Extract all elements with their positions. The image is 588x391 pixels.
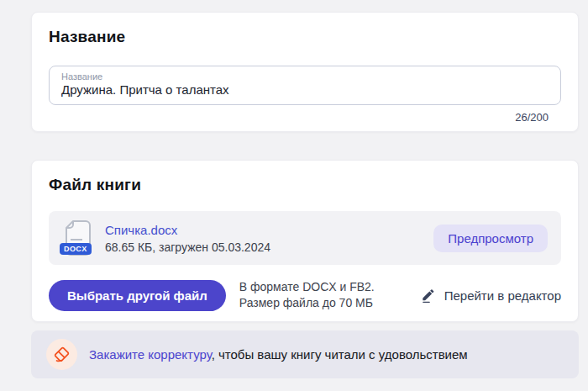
page-content: Название Название 26/200 Файл книги DOCX… [31, 0, 579, 378]
file-name-link[interactable]: Спичка.docx [105, 223, 177, 237]
format-hint-line1: В формате DOCX и FB2. [239, 279, 375, 295]
proofreading-banner: Закажите корректуру, чтобы вашу книгу чи… [31, 330, 579, 378]
choose-another-file-button[interactable]: Выбрать другой файл [49, 280, 226, 311]
title-card: Название Название 26/200 [31, 12, 579, 132]
char-counter: 26/200 [49, 111, 549, 124]
uploaded-file-row: DOCX Спичка.docx 68.65 КБ, загружен 05.0… [49, 211, 561, 265]
docx-file-icon: DOCX [62, 218, 94, 258]
order-proofreading-link[interactable]: Закажите корректуру [89, 347, 212, 362]
proofreading-text-rest: , чтобы вашу книгу читали с удовольствие… [212, 347, 468, 362]
proofreading-text: Закажите корректуру, чтобы вашу книгу чи… [89, 347, 468, 362]
title-input-box[interactable]: Название [49, 66, 561, 105]
go-to-editor-link[interactable]: Перейти в редактор [420, 288, 561, 304]
file-card-heading: Файл книги [49, 176, 561, 194]
preview-button[interactable]: Предпросмотр [433, 225, 548, 252]
file-actions-row: Выбрать другой файл В формате DOCX и FB2… [49, 279, 561, 311]
docx-type-badge: DOCX [60, 243, 92, 255]
title-input[interactable] [61, 82, 549, 97]
edit-pencil-icon [420, 288, 436, 304]
format-hint-line2: Размер файла до 70 МБ [239, 295, 375, 311]
proofreading-eraser-icon [46, 339, 77, 370]
format-hint: В формате DOCX и FB2. Размер файла до 70… [239, 279, 375, 311]
file-meta: 68.65 КБ, загружен 05.03.2024 [105, 240, 270, 254]
file-card: Файл книги DOCX Спичка.docx 68.65 КБ, за… [31, 160, 579, 322]
title-card-heading: Название [49, 28, 561, 46]
title-input-label: Название [61, 71, 549, 82]
file-info: Спичка.docx 68.65 КБ, загружен 05.03.202… [105, 223, 270, 254]
go-to-editor-label: Перейти в редактор [444, 288, 561, 303]
